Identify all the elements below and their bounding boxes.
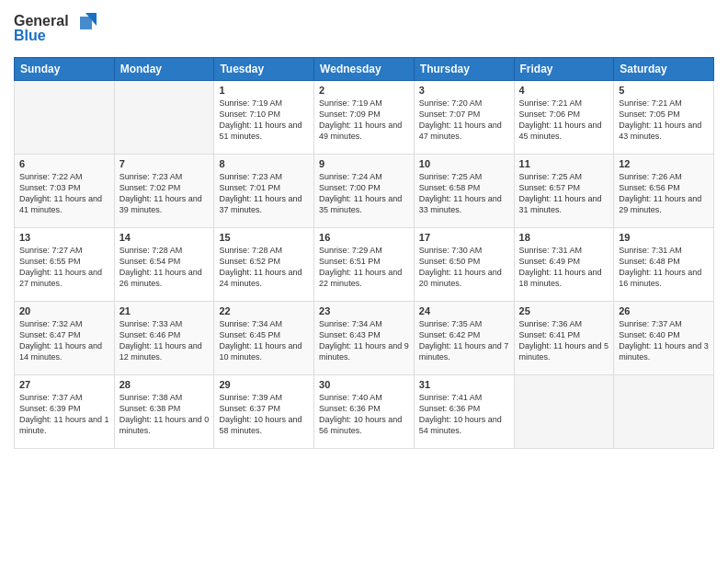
day-number: 6 (19, 158, 109, 169)
day-cell: 5Sunrise: 7:21 AM Sunset: 7:05 PM Daylig… (614, 81, 714, 155)
day-info: Sunrise: 7:34 AM Sunset: 6:45 PM Dayligh… (219, 318, 309, 363)
day-number: 20 (19, 305, 109, 316)
day-cell: 3Sunrise: 7:20 AM Sunset: 7:07 PM Daylig… (414, 81, 514, 155)
day-info: Sunrise: 7:28 AM Sunset: 6:52 PM Dayligh… (219, 245, 309, 290)
day-info: Sunrise: 7:36 AM Sunset: 6:41 PM Dayligh… (519, 318, 609, 363)
day-cell: 12Sunrise: 7:26 AM Sunset: 6:56 PM Dayli… (614, 155, 714, 228)
day-header-wednesday: Wednesday (314, 58, 415, 81)
day-cell (15, 81, 115, 155)
day-header-friday: Friday (514, 58, 614, 81)
day-cell: 9Sunrise: 7:24 AM Sunset: 7:00 PM Daylig… (314, 155, 415, 228)
day-number: 21 (119, 305, 210, 316)
day-info: Sunrise: 7:19 AM Sunset: 7:10 PM Dayligh… (219, 98, 309, 143)
day-cell: 28Sunrise: 7:38 AM Sunset: 6:38 PM Dayli… (114, 375, 214, 449)
day-cell: 17Sunrise: 7:30 AM Sunset: 6:50 PM Dayli… (414, 228, 514, 302)
week-row-5: 27Sunrise: 7:37 AM Sunset: 6:39 PM Dayli… (15, 375, 714, 449)
day-number: 18 (519, 232, 609, 243)
header-row: SundayMondayTuesdayWednesdayThursdayFrid… (15, 58, 714, 81)
svg-text:General: General (14, 13, 69, 29)
day-info: Sunrise: 7:21 AM Sunset: 7:06 PM Dayligh… (519, 98, 609, 143)
day-info: Sunrise: 7:21 AM Sunset: 7:05 PM Dayligh… (619, 98, 709, 143)
day-header-tuesday: Tuesday (214, 58, 314, 81)
day-info: Sunrise: 7:38 AM Sunset: 6:38 PM Dayligh… (119, 392, 210, 437)
day-number: 23 (319, 305, 409, 316)
day-number: 4 (519, 85, 609, 96)
day-info: Sunrise: 7:40 AM Sunset: 6:36 PM Dayligh… (319, 392, 409, 437)
day-info: Sunrise: 7:32 AM Sunset: 6:47 PM Dayligh… (19, 318, 109, 363)
day-number: 2 (319, 85, 409, 96)
day-number: 10 (419, 158, 509, 169)
day-number: 24 (419, 305, 509, 316)
week-row-3: 13Sunrise: 7:27 AM Sunset: 6:55 PM Dayli… (15, 228, 714, 302)
day-info: Sunrise: 7:23 AM Sunset: 7:01 PM Dayligh… (219, 171, 309, 216)
day-info: Sunrise: 7:23 AM Sunset: 7:02 PM Dayligh… (119, 171, 210, 216)
day-number: 3 (419, 85, 509, 96)
day-header-saturday: Saturday (614, 58, 714, 81)
day-cell: 2Sunrise: 7:19 AM Sunset: 7:09 PM Daylig… (314, 81, 415, 155)
day-cell: 31Sunrise: 7:41 AM Sunset: 6:36 PM Dayli… (414, 375, 514, 449)
day-cell: 24Sunrise: 7:35 AM Sunset: 6:42 PM Dayli… (414, 302, 514, 375)
day-cell: 4Sunrise: 7:21 AM Sunset: 7:06 PM Daylig… (514, 81, 614, 155)
day-info: Sunrise: 7:31 AM Sunset: 6:48 PM Dayligh… (619, 245, 709, 290)
day-cell: 20Sunrise: 7:32 AM Sunset: 6:47 PM Dayli… (15, 302, 115, 375)
day-cell: 7Sunrise: 7:23 AM Sunset: 7:02 PM Daylig… (114, 155, 214, 228)
day-cell: 14Sunrise: 7:28 AM Sunset: 6:54 PM Dayli… (114, 228, 214, 302)
day-number: 9 (319, 158, 409, 169)
day-number: 13 (19, 232, 109, 243)
day-info: Sunrise: 7:20 AM Sunset: 7:07 PM Dayligh… (419, 98, 509, 143)
day-number: 11 (519, 158, 609, 169)
day-number: 31 (419, 379, 509, 390)
day-cell: 8Sunrise: 7:23 AM Sunset: 7:01 PM Daylig… (214, 155, 314, 228)
day-info: Sunrise: 7:26 AM Sunset: 6:56 PM Dayligh… (619, 171, 709, 216)
day-number: 30 (319, 379, 409, 390)
day-cell: 23Sunrise: 7:34 AM Sunset: 6:43 PM Dayli… (314, 302, 415, 375)
day-info: Sunrise: 7:31 AM Sunset: 6:49 PM Dayligh… (519, 245, 609, 290)
day-number: 17 (419, 232, 509, 243)
day-info: Sunrise: 7:39 AM Sunset: 6:37 PM Dayligh… (219, 392, 309, 437)
svg-marker-2 (80, 17, 92, 29)
day-number: 19 (619, 232, 709, 243)
logo-svg: General Blue (14, 9, 97, 46)
day-number: 8 (219, 158, 309, 169)
day-cell (614, 375, 714, 449)
day-cell: 6Sunrise: 7:22 AM Sunset: 7:03 PM Daylig… (15, 155, 115, 228)
day-number: 16 (319, 232, 409, 243)
day-info: Sunrise: 7:28 AM Sunset: 6:54 PM Dayligh… (119, 245, 210, 290)
calendar-table: SundayMondayTuesdayWednesdayThursdayFrid… (14, 57, 714, 449)
day-number: 29 (219, 379, 309, 390)
day-cell: 25Sunrise: 7:36 AM Sunset: 6:41 PM Dayli… (514, 302, 614, 375)
day-header-thursday: Thursday (414, 58, 514, 81)
day-header-sunday: Sunday (15, 58, 115, 81)
day-info: Sunrise: 7:41 AM Sunset: 6:36 PM Dayligh… (419, 392, 509, 437)
svg-text:Blue: Blue (14, 28, 46, 43)
day-cell: 21Sunrise: 7:33 AM Sunset: 6:46 PM Dayli… (114, 302, 214, 375)
day-cell: 16Sunrise: 7:29 AM Sunset: 6:51 PM Dayli… (314, 228, 415, 302)
day-cell: 19Sunrise: 7:31 AM Sunset: 6:48 PM Dayli… (614, 228, 714, 302)
header: General Blue (14, 9, 714, 50)
day-cell: 30Sunrise: 7:40 AM Sunset: 6:36 PM Dayli… (314, 375, 415, 449)
day-number: 15 (219, 232, 309, 243)
day-cell: 29Sunrise: 7:39 AM Sunset: 6:37 PM Dayli… (214, 375, 314, 449)
day-number: 7 (119, 158, 210, 169)
day-info: Sunrise: 7:19 AM Sunset: 7:09 PM Dayligh… (319, 98, 409, 143)
day-info: Sunrise: 7:34 AM Sunset: 6:43 PM Dayligh… (319, 318, 409, 363)
week-row-1: 1Sunrise: 7:19 AM Sunset: 7:10 PM Daylig… (15, 81, 714, 155)
day-number: 27 (19, 379, 109, 390)
day-number: 28 (119, 379, 210, 390)
day-cell: 10Sunrise: 7:25 AM Sunset: 6:58 PM Dayli… (414, 155, 514, 228)
day-cell: 26Sunrise: 7:37 AM Sunset: 6:40 PM Dayli… (614, 302, 714, 375)
day-cell: 13Sunrise: 7:27 AM Sunset: 6:55 PM Dayli… (15, 228, 115, 302)
day-cell (114, 81, 214, 155)
day-info: Sunrise: 7:37 AM Sunset: 6:39 PM Dayligh… (19, 392, 109, 437)
day-cell: 15Sunrise: 7:28 AM Sunset: 6:52 PM Dayli… (214, 228, 314, 302)
day-info: Sunrise: 7:33 AM Sunset: 6:46 PM Dayligh… (119, 318, 210, 363)
day-header-monday: Monday (114, 58, 214, 81)
logo: General Blue (14, 9, 97, 50)
day-info: Sunrise: 7:29 AM Sunset: 6:51 PM Dayligh… (319, 245, 409, 290)
week-row-4: 20Sunrise: 7:32 AM Sunset: 6:47 PM Dayli… (15, 302, 714, 375)
day-number: 12 (619, 158, 709, 169)
day-number: 22 (219, 305, 309, 316)
day-info: Sunrise: 7:22 AM Sunset: 7:03 PM Dayligh… (19, 171, 109, 216)
day-info: Sunrise: 7:24 AM Sunset: 7:00 PM Dayligh… (319, 171, 409, 216)
day-cell: 18Sunrise: 7:31 AM Sunset: 6:49 PM Dayli… (514, 228, 614, 302)
